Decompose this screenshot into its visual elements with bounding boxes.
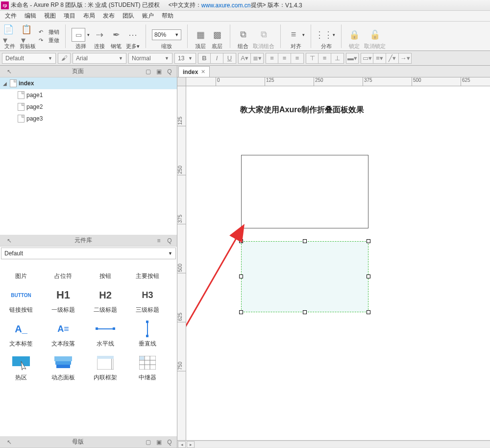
menu-project[interactable]: 项目: [61, 11, 78, 21]
menu-edit[interactable]: 编辑: [22, 11, 39, 21]
pages-tree[interactable]: ◢ index page1 page2 page3: [0, 77, 177, 235]
resize-handle-sw[interactable]: [239, 310, 243, 314]
group-button[interactable]: ⧉ 组合: [236, 23, 250, 50]
widget-paragraph[interactable]: A≡文本段落: [42, 317, 84, 351]
menu-file[interactable]: 文件: [2, 11, 20, 21]
widget-button[interactable]: 按钮: [84, 262, 126, 283]
line-color-button[interactable]: ▭▾: [361, 53, 373, 64]
select-tool[interactable]: ▭▾ 选择: [72, 23, 90, 50]
bold-button[interactable]: B: [198, 53, 211, 64]
size-combo[interactable]: 13▼: [174, 53, 196, 64]
undo-button[interactable]: ↶ 撤销: [39, 28, 59, 36]
redo-button[interactable]: ↷ 重做: [39, 37, 59, 44]
page-item-page2[interactable]: page2: [0, 101, 177, 113]
horizontal-scrollbar[interactable]: ◂ ▸: [177, 440, 490, 448]
add-folder-icon[interactable]: ▣: [154, 67, 163, 76]
resize-handle-nw[interactable]: [239, 239, 243, 243]
align-left-button[interactable]: ≡: [266, 53, 278, 64]
italic-button[interactable]: I: [211, 53, 223, 64]
search-icon[interactable]: Q: [165, 236, 174, 245]
ruler-horizontal[interactable]: 0 125 250 375 500 625: [186, 77, 490, 86]
align-right-button[interactable]: ≡: [291, 53, 304, 64]
connect-tool[interactable]: ⇢ 连接: [93, 23, 106, 50]
underline-button[interactable]: U: [223, 53, 236, 64]
line-width-button[interactable]: ≡▾: [373, 53, 386, 64]
page-item-index[interactable]: ◢ index: [0, 77, 177, 89]
resize-handle-ne[interactable]: [367, 239, 370, 243]
align-center-button[interactable]: ≡: [278, 53, 291, 64]
widget-vline[interactable]: 垂直线: [126, 317, 169, 351]
widget-label[interactable]: A_文本标签: [0, 317, 42, 351]
scroll-left-icon[interactable]: ◂: [178, 441, 186, 448]
search-icon[interactable]: Q: [165, 438, 174, 447]
text-color-button[interactable]: A▾: [238, 53, 251, 64]
menu-publish[interactable]: 发布: [100, 11, 118, 21]
style-paint-icon[interactable]: 🖌: [58, 53, 71, 64]
add-master-icon[interactable]: ▢: [144, 438, 152, 447]
tab-index[interactable]: index ✕: [178, 66, 210, 77]
widget-repeater[interactable]: 中继器: [126, 351, 169, 385]
widget-link-button[interactable]: BUTTON链接按钮: [0, 283, 42, 317]
expand-icon[interactable]: ◢: [3, 81, 8, 86]
widget-h2[interactable]: H2二级标题: [84, 283, 126, 317]
widget-primary-button[interactable]: 主要按钮: [126, 262, 169, 283]
fill-color-button[interactable]: ▬▾: [346, 53, 359, 64]
widget-h1[interactable]: H1一级标题: [42, 283, 84, 317]
resize-handle-e[interactable]: [367, 274, 370, 278]
chevron-down-icon[interactable]: ▼: [174, 32, 179, 37]
widget-placeholder[interactable]: 占位符: [42, 262, 84, 283]
library-select[interactable]: Default▼: [1, 248, 176, 259]
align-button[interactable]: ≡▾ 对齐: [287, 23, 305, 50]
valign-bottom-button[interactable]: ⊥: [331, 53, 344, 64]
pen-tool[interactable]: ✒ 钢笔: [109, 23, 123, 50]
search-icon[interactable]: Q: [165, 67, 174, 76]
widget-dynamic-panel[interactable]: 动态面板: [42, 351, 84, 385]
collapse-icon[interactable]: ↖: [5, 236, 14, 245]
page-item-page3[interactable]: page3: [0, 113, 177, 124]
unlock-button[interactable]: 🔓 取消锁定: [364, 23, 386, 50]
style-combo[interactable]: Default▼: [2, 53, 56, 64]
resize-handle-n[interactable]: [303, 239, 307, 243]
scroll-right-icon[interactable]: ▸: [187, 441, 195, 448]
selected-rectangle-widget[interactable]: [241, 241, 368, 312]
resize-handle-w[interactable]: [239, 274, 243, 278]
canvas-stage[interactable]: 教大家使用Axure制作折叠面板效果: [186, 86, 490, 440]
ungroup-button[interactable]: ⧉ 取消组合: [253, 23, 274, 50]
bring-front-button[interactable]: ▦ 顶层: [194, 23, 207, 50]
resize-handle-s[interactable]: [303, 310, 307, 314]
send-back-button[interactable]: ▩ 底层: [210, 23, 224, 50]
widget-hline[interactable]: 水平线: [84, 317, 126, 351]
menu-team[interactable]: 团队: [120, 11, 137, 21]
heading-text-widget[interactable]: 教大家使用Axure制作折叠面板效果: [240, 105, 364, 115]
arrow-style-button[interactable]: →▾: [399, 53, 412, 64]
menu-icon[interactable]: ≡: [154, 236, 163, 245]
font-combo[interactable]: Arial▼: [73, 53, 126, 64]
menu-layout[interactable]: 布局: [80, 11, 98, 21]
collapse-icon[interactable]: ↖: [5, 438, 14, 447]
distribute-button[interactable]: ⋮⋮▾ 分布: [317, 23, 335, 50]
valign-top-button[interactable]: ⊤: [306, 53, 318, 64]
widget-image[interactable]: 图片: [0, 262, 42, 283]
menu-account[interactable]: 账户: [139, 11, 157, 21]
file-button[interactable]: 📄▾ 文件: [3, 23, 17, 50]
more-tools[interactable]: ⋯ 更多▾: [126, 23, 140, 50]
valign-middle-button[interactable]: ≡: [318, 53, 331, 64]
widget-h3[interactable]: H3三级标题: [126, 283, 169, 317]
lock-button[interactable]: 🔒 锁定: [347, 23, 361, 50]
menu-help[interactable]: 帮助: [159, 11, 176, 21]
widget-iframe[interactable]: 内联框架: [84, 351, 126, 385]
weight-combo[interactable]: Normal▼: [128, 53, 172, 64]
widget-hotspot[interactable]: 热区: [0, 351, 42, 385]
ruler-vertical[interactable]: 125 250 375 500 625 750: [177, 86, 186, 440]
menu-view[interactable]: 视图: [41, 11, 59, 21]
zoom-value[interactable]: 80%: [154, 31, 166, 38]
bullets-button[interactable]: ≣▾: [251, 53, 264, 64]
line-style-button[interactable]: ╱▾: [386, 53, 399, 64]
collapse-icon[interactable]: ↖: [5, 67, 14, 76]
support-link[interactable]: www.axure.com.cn: [201, 2, 251, 9]
clipboard-button[interactable]: 📋▾ 剪贴板: [20, 23, 36, 50]
resize-handle-se[interactable]: [367, 310, 370, 314]
close-icon[interactable]: ✕: [201, 69, 205, 75]
add-page-icon[interactable]: ▢: [144, 67, 152, 76]
zoom-control[interactable]: 80%▼ 缩放: [152, 23, 181, 50]
